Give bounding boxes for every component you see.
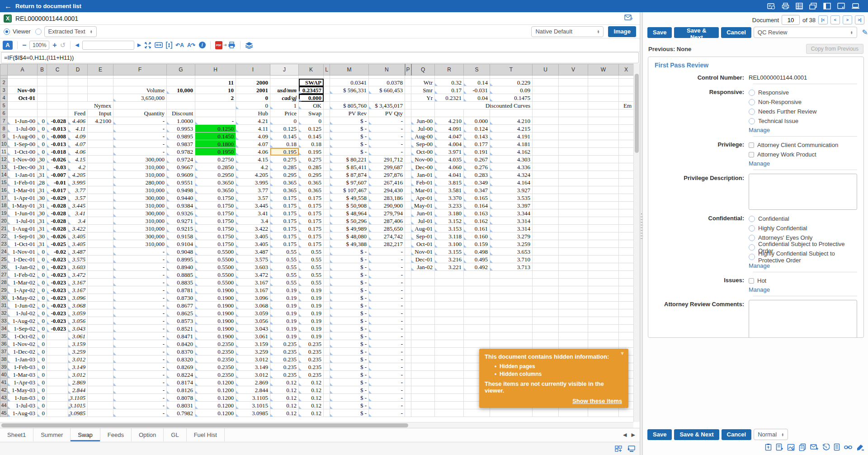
cell-G16[interactable]: 0.9498 <box>167 186 195 194</box>
cell-P15[interactable] <box>405 179 411 186</box>
cell-B39[interactable]: 0 <box>38 363 47 371</box>
cell-W9[interactable] <box>588 133 619 140</box>
cell-J11[interactable]: 0.195 <box>270 148 299 156</box>
cell-I40[interactable]: 3.012 <box>236 371 270 379</box>
cell-I5[interactable]: 0 <box>236 102 270 109</box>
cell-E30[interactable] <box>88 294 113 302</box>
tab-sheet1[interactable]: Sheet1 <box>0 428 33 441</box>
cell-Q38[interactable] <box>411 355 435 363</box>
add-note-icon[interactable] <box>776 443 783 451</box>
cell-M21[interactable]: $ 49,989 <box>330 225 369 232</box>
cell-B16[interactable]: 31 <box>38 186 47 194</box>
cell-B8[interactable]: 0 <box>38 125 47 133</box>
cell-T2[interactable]: 0.229 <box>490 79 533 86</box>
mass-edit-icon[interactable] <box>856 444 864 451</box>
cell-D21[interactable]: 3.422 <box>68 225 88 232</box>
cell-A17[interactable]: 1-Apr-01 <box>8 194 38 202</box>
cell-T17[interactable]: 3.535 <box>490 194 533 202</box>
cell-R18[interactable]: 3.233 <box>435 202 464 209</box>
cell-K30[interactable]: 0.19 <box>299 294 324 302</box>
cell-W14[interactable] <box>588 171 619 179</box>
cell-K12[interactable]: 0.275 <box>299 156 324 163</box>
cell-R19[interactable]: 3.180 <box>435 209 464 217</box>
cell-K6[interactable]: Swap <box>299 109 324 117</box>
cell-X2[interactable] <box>619 79 634 86</box>
cell-M1[interactable] <box>330 76 369 79</box>
cell-N24[interactable]: - <box>369 248 405 256</box>
cell-H13[interactable]: 0.2850 <box>195 163 236 171</box>
cell-P44[interactable] <box>405 402 411 409</box>
radio-needs-further-review[interactable]: Needs Further Review <box>749 107 857 116</box>
row-header-21[interactable]: 21 <box>0 225 8 232</box>
cell-K9[interactable]: 0.145 <box>299 133 324 140</box>
cell-H37[interactable]: 0.2350 <box>195 348 236 355</box>
cell-L33[interactable] <box>324 317 330 325</box>
cell-K16[interactable]: 0.365 <box>299 186 324 194</box>
cell-N41[interactable]: - <box>369 379 405 386</box>
pane-resize-handle[interactable] <box>640 12 643 455</box>
row-header-38[interactable]: 38 <box>0 355 8 363</box>
save-and-next-button-bottom[interactable]: Save & Next <box>674 429 719 440</box>
cell-V2[interactable] <box>559 79 588 86</box>
cell-S32[interactable] <box>464 309 490 317</box>
cell-I20[interactable]: 3.4 <box>236 217 270 225</box>
cell-D17[interactable]: 3.57 <box>68 194 88 202</box>
cell-V11[interactable] <box>559 148 588 156</box>
fit-width-icon[interactable] <box>155 42 163 48</box>
row-header-17[interactable]: 17 <box>0 194 8 202</box>
cell-Q40[interactable] <box>411 371 435 379</box>
cell-E10[interactable] <box>88 140 113 148</box>
cell-I22[interactable]: 3.405 <box>236 232 270 240</box>
cell-I38[interactable]: 3.012 <box>236 355 270 363</box>
cell-Q23[interactable]: Oct-01 <box>411 240 435 248</box>
cell-G38[interactable]: 0.8320 <box>167 355 195 363</box>
cell-Q9[interactable]: Aug-00 <box>411 133 435 140</box>
cell-D11[interactable]: 4.06 <box>68 148 88 156</box>
cell-T31[interactable] <box>490 302 533 309</box>
cell-S29[interactable] <box>464 286 490 294</box>
cell-L20[interactable] <box>324 217 330 225</box>
cell-K2[interactable]: SWAP <box>299 79 324 86</box>
radio-highly-confidential[interactable]: Highly Confidential <box>749 223 857 233</box>
cell-R45[interactable] <box>435 409 464 417</box>
cell-Q42[interactable] <box>411 386 435 394</box>
cell-U15[interactable] <box>533 179 559 186</box>
cell-H42[interactable]: 0.1200 <box>195 386 236 394</box>
cell-S1[interactable] <box>464 76 490 79</box>
cell-N21[interactable]: 285,650 <box>369 225 405 232</box>
cell-F37[interactable]: - <box>113 348 167 355</box>
cell-R41[interactable] <box>435 379 464 386</box>
cell-D22[interactable]: 3.405 <box>68 232 88 240</box>
cell-F25[interactable]: - <box>113 256 167 263</box>
cell-P29[interactable] <box>405 286 411 294</box>
cell-V12[interactable] <box>559 156 588 163</box>
cell-R31[interactable] <box>435 302 464 309</box>
cell-X10[interactable] <box>619 140 634 148</box>
col-header-R[interactable]: R <box>435 64 464 76</box>
cell-U34[interactable] <box>533 325 559 332</box>
cell-F21[interactable]: 310,000 <box>113 225 167 232</box>
cell-W13[interactable] <box>588 163 619 171</box>
cell-J2[interactable] <box>270 79 299 86</box>
cell-T36[interactable] <box>490 340 533 348</box>
cell-A31[interactable]: 1-Jun-02 <box>8 302 38 309</box>
cell-Q20[interactable]: Jul-01 <box>411 217 435 225</box>
cell-I6[interactable]: Hub <box>236 109 270 117</box>
cell-J18[interactable]: 0.175 <box>270 202 299 209</box>
cell-T8[interactable]: 4.215 <box>490 125 533 133</box>
cell-M31[interactable]: $ - <box>330 302 369 309</box>
cell-F33[interactable]: - <box>113 317 167 325</box>
cell-M41[interactable]: $ - <box>330 379 369 386</box>
cell-A42[interactable]: 1-May-03 <box>8 386 38 394</box>
cell-H36[interactable]: 0.2350 <box>195 340 236 348</box>
cell-L22[interactable] <box>324 232 330 240</box>
cell-A26[interactable]: 1-Jan-02 <box>8 263 38 271</box>
cell-C7[interactable]: -0.028 <box>47 117 68 125</box>
cell-L11[interactable] <box>324 148 330 156</box>
cell-H20[interactable]: 0.1750 <box>195 217 236 225</box>
cell-N33[interactable]: - <box>369 317 405 325</box>
cell-I13[interactable]: 4.2 <box>236 163 270 171</box>
cell-M17[interactable]: $ 49,558 <box>330 194 369 202</box>
cell-C22[interactable]: -0.026 <box>47 232 68 240</box>
cell-A24[interactable]: 1-Nov-01 <box>8 248 38 256</box>
